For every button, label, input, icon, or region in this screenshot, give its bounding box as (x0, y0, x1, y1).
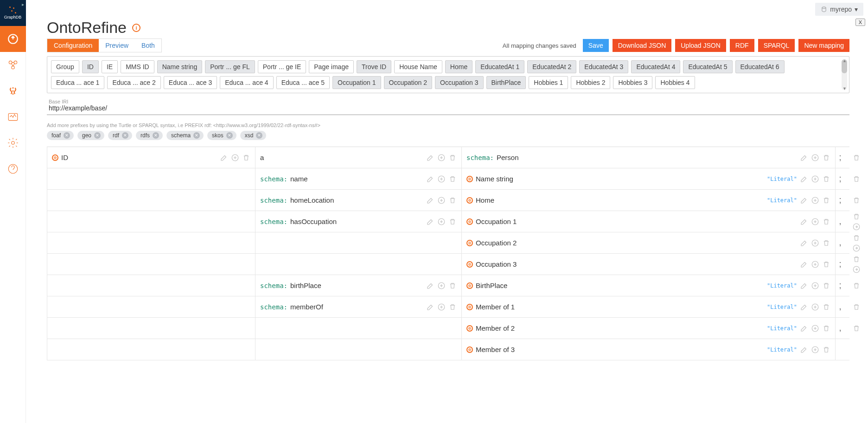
predicate-cell[interactable] (255, 254, 462, 275)
object-cell[interactable]: Name string"Literal" (462, 168, 836, 189)
object-cell[interactable]: Occupation 1 (462, 211, 836, 232)
add-icon[interactable] (437, 154, 446, 162)
del-icon[interactable] (448, 282, 457, 290)
new-mapping-button[interactable]: New mapping (798, 39, 849, 52)
sparql-button[interactable]: SPARQL (758, 39, 795, 52)
del-icon[interactable] (822, 260, 830, 269)
predicate-cell[interactable] (255, 339, 462, 360)
edit-icon[interactable] (426, 196, 434, 205)
base-iri-field[interactable]: Base IRI http://example/base/ (47, 97, 849, 115)
object-cell[interactable]: BirthPlace"Literal" (462, 275, 836, 296)
del-icon[interactable] (852, 154, 861, 162)
object-cell[interactable]: Occupation 3 (462, 254, 836, 275)
repo-selector[interactable]: myrepo ▾ (815, 3, 863, 16)
column-chip[interactable]: Trove ID (357, 60, 391, 73)
add-icon[interactable] (437, 175, 446, 183)
column-chip[interactable]: House Name (394, 60, 442, 73)
column-chip[interactable]: Educa ... ace 4 (220, 76, 273, 89)
add-icon[interactable] (811, 154, 819, 162)
edit-icon[interactable] (426, 303, 434, 311)
edit-icon[interactable] (800, 324, 808, 333)
column-chip[interactable]: EducatedAt 2 (527, 60, 576, 73)
column-chip[interactable]: IE (102, 60, 118, 73)
predicate-cell[interactable] (255, 318, 462, 339)
remove-prefix-icon[interactable]: ✕ (94, 132, 101, 139)
subject-cell[interactable] (47, 275, 255, 296)
del-icon[interactable] (852, 324, 861, 333)
subject-cell[interactable] (47, 190, 255, 211)
edit-icon[interactable] (800, 218, 808, 226)
subject-cell[interactable] (47, 211, 255, 232)
add-icon[interactable] (811, 346, 819, 354)
nest-icon[interactable] (852, 244, 861, 252)
subject-cell[interactable] (47, 168, 255, 189)
nav-sparql-icon[interactable] (0, 78, 26, 104)
column-chip[interactable]: Educa ... ace 2 (107, 76, 160, 89)
edit-icon[interactable] (426, 154, 434, 162)
edit-icon[interactable] (800, 346, 808, 354)
edit-icon[interactable] (426, 218, 434, 226)
column-chip[interactable]: Occupation 1 (332, 76, 381, 89)
add-icon[interactable] (811, 175, 819, 183)
del-icon[interactable] (448, 196, 457, 205)
del-icon[interactable] (448, 218, 457, 226)
del-icon[interactable] (242, 154, 250, 162)
column-chip[interactable]: Occupation 2 (384, 76, 433, 89)
column-chip[interactable]: EducatedAt 3 (579, 60, 628, 73)
edit-icon[interactable] (800, 303, 808, 311)
download-json-button[interactable]: Download JSON (613, 39, 672, 52)
columns-scrollbar[interactable]: ▲▼ (842, 59, 847, 90)
del-icon[interactable] (822, 346, 830, 354)
remove-prefix-icon[interactable]: ✕ (226, 132, 233, 139)
del-icon[interactable] (822, 175, 830, 183)
graphdb-logo[interactable]: ▸ GraphDB (0, 0, 26, 26)
del-icon[interactable] (852, 212, 861, 221)
remove-prefix-icon[interactable]: ✕ (64, 132, 70, 139)
predicate-cell[interactable]: schema:hasOccupation (255, 211, 462, 232)
column-chip[interactable]: BirthPlace (486, 76, 526, 89)
del-icon[interactable] (448, 175, 457, 183)
del-icon[interactable] (448, 154, 457, 162)
nav-explore-icon[interactable] (0, 52, 26, 78)
remove-prefix-icon[interactable]: ✕ (193, 132, 200, 139)
predicate-cell[interactable]: schema:birthPlace (255, 275, 462, 296)
info-icon[interactable]: i (132, 24, 140, 32)
del-icon[interactable] (852, 234, 861, 242)
add-icon[interactable] (811, 260, 819, 269)
column-chip[interactable]: Hobbies 4 (655, 76, 695, 89)
column-chip[interactable]: Educa ... ace 5 (276, 76, 330, 89)
subject-cell[interactable] (47, 254, 255, 275)
del-icon[interactable] (822, 324, 830, 333)
del-icon[interactable] (822, 303, 830, 311)
column-chip[interactable]: Occupation 3 (435, 76, 484, 89)
column-chip[interactable]: EducatedAt 1 (475, 60, 524, 73)
column-chip[interactable]: EducatedAt 4 (631, 60, 680, 73)
object-cell[interactable]: Occupation 2 (462, 232, 836, 253)
add-icon[interactable] (811, 218, 819, 226)
del-icon[interactable] (852, 175, 861, 183)
edit-icon[interactable] (426, 175, 434, 183)
object-cell[interactable]: Home"Literal" (462, 190, 836, 211)
nav-monitor-icon[interactable] (0, 104, 26, 130)
subject-cell[interactable] (47, 318, 255, 339)
del-icon[interactable] (852, 303, 861, 311)
predicate-cell[interactable]: schema:homeLocation (255, 190, 462, 211)
nav-import-icon[interactable] (0, 26, 26, 52)
column-chip[interactable]: Educa ... ace 3 (164, 76, 217, 89)
nav-setup-icon[interactable] (0, 130, 26, 156)
del-icon[interactable] (822, 218, 830, 226)
upload-json-button[interactable]: Upload JSON (675, 39, 726, 52)
edit-icon[interactable] (800, 260, 808, 269)
column-chip[interactable]: Portr ... ge IE (258, 60, 306, 73)
del-icon[interactable] (822, 239, 830, 247)
subject-cell[interactable] (47, 296, 255, 317)
save-button[interactable]: Save (583, 39, 609, 52)
edit-icon[interactable] (800, 282, 808, 290)
del-icon[interactable] (852, 282, 861, 290)
column-chip[interactable]: Hobbies 3 (613, 76, 652, 89)
add-icon[interactable] (437, 196, 446, 205)
edit-icon[interactable] (220, 154, 228, 162)
object-cell[interactable]: schema:Person (462, 147, 836, 168)
object-cell[interactable]: Member of 2"Literal" (462, 318, 836, 339)
tab-configuration[interactable]: Configuration (47, 39, 99, 52)
